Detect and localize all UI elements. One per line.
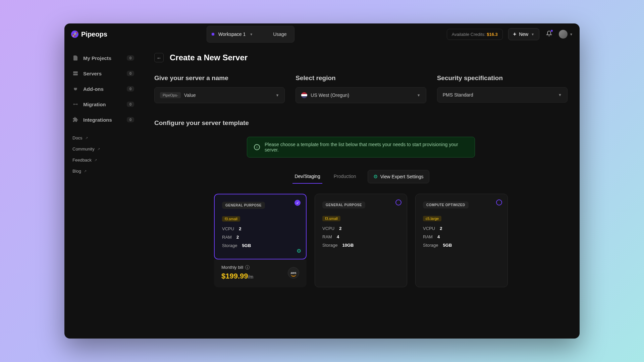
template-card-1[interactable]: GENERAL PURPOSE f3.small VCPU2 RAM4 Stor… (315, 194, 407, 287)
sidebar-item-addons[interactable]: Add-ons 0 (67, 81, 140, 97)
workspace-dot-icon (212, 33, 214, 36)
usage-link[interactable]: Usage (270, 29, 289, 40)
logo-icon (71, 31, 78, 38)
workspace-selector[interactable]: Workspace 1 ▼ Usage (207, 26, 294, 43)
link-community[interactable]: Community↗ (72, 146, 134, 152)
security-col: Security specification PMS Standard ▼ (437, 74, 568, 103)
vcpu-label: VCPU (222, 226, 234, 231)
storage-label: Storage (222, 243, 237, 248)
ram-value: 4 (337, 234, 339, 239)
external-link-icon: ↗ (97, 147, 100, 151)
instance-type: c5.large (423, 216, 441, 221)
file-icon (72, 55, 78, 61)
name-prefix: PipeOps- (160, 92, 181, 98)
sidebar-item-projects[interactable]: My Projects 0 (67, 50, 140, 66)
sidebar-item-integrations[interactable]: Integrations 0 (67, 112, 140, 127)
security-value: PMS Standard (443, 92, 473, 98)
template-card-0[interactable]: ✓ GENERAL PURPOSE f3.small VCPU2 RAM2 St… (214, 194, 307, 259)
sidebar-item-badge: 0 (127, 55, 134, 61)
instance-type: f3.small (322, 216, 340, 221)
chevron-down-icon: ▼ (558, 93, 562, 97)
region-label: Select region (296, 74, 426, 82)
topbar: Pipeops Workspace 1 ▼ Usage Available Cr… (64, 23, 580, 45)
ram-label: RAM (423, 234, 433, 239)
sidebar-item-servers[interactable]: Servers 0 (67, 66, 140, 81)
avatar (559, 30, 568, 39)
vcpu-label: VCPU (322, 226, 334, 231)
gear-icon[interactable]: ⚙ (297, 248, 301, 254)
form-row: Give your server a name PipeOps- Value ▼… (154, 74, 568, 103)
main-content: ← Create a New Server Give your server a… (142, 45, 580, 339)
external-links: Docs↗ Community↗ Feedback↗ Blog↗ (67, 135, 140, 174)
info-icon[interactable]: i (245, 265, 250, 269)
template-cards: ✓ GENERAL PURPOSE f3.small VCPU2 RAM2 St… (154, 194, 568, 287)
security-label: Security specification (437, 74, 568, 82)
brand-name: Pipeops (81, 31, 107, 38)
billing-label: Monthly bill i (221, 265, 253, 270)
back-button[interactable]: ← (154, 53, 164, 62)
aws-provider-badge: aws (288, 267, 299, 279)
server-name-field[interactable]: PipeOps- Value ▼ (154, 87, 285, 103)
tab-dev-staging[interactable]: Dev/Staging (292, 170, 322, 184)
user-menu[interactable]: ▼ (559, 30, 573, 39)
server-icon (72, 70, 78, 76)
sidebar-item-badge: 0 (127, 117, 134, 122)
plug-icon (72, 86, 78, 92)
expert-settings-button[interactable]: ⚙ View Expert Settings (368, 170, 429, 183)
tab-production[interactable]: Production (332, 170, 358, 184)
chevron-down-icon: ▼ (275, 93, 279, 97)
template-section-title: Configure your server template (154, 119, 568, 127)
template-category: COMPUTE OPTIMIZED (423, 201, 469, 208)
vcpu-value: 2 (339, 226, 341, 231)
sidebar-item-migration[interactable]: Migration 0 (67, 97, 140, 112)
storage-value: 5GB (443, 243, 452, 248)
expert-label: View Expert Settings (380, 174, 424, 179)
template-card-2[interactable]: COMPUTE OPTIMIZED c5.large VCPU2 RAM4 St… (415, 194, 508, 287)
flag-us-icon (301, 92, 307, 98)
server-name-col: Give your server a name PipeOps- Value ▼ (154, 74, 285, 103)
info-icon: i (254, 144, 260, 150)
sidebar-item-badge: 0 (127, 86, 134, 92)
page-header: ← Create a New Server (154, 53, 568, 62)
security-selector[interactable]: PMS Standard ▼ (437, 87, 568, 103)
storage-value: 10GB (342, 243, 354, 248)
svg-rect-1 (73, 74, 78, 75)
chevron-down-icon: ▼ (417, 93, 421, 97)
ram-value: 4 (437, 234, 440, 239)
region-col: Select region US West (Oregun) ▼ (296, 74, 426, 103)
region-value: US West (Oregun) (311, 93, 349, 98)
sidebar-item-badge: 0 (127, 71, 134, 76)
workspace-name: Workspace 1 (218, 32, 246, 37)
page-title: Create a New Server (170, 53, 248, 62)
sidebar-item-label: Migration (83, 102, 106, 107)
new-button-label: New (519, 32, 528, 37)
external-link-icon: ↗ (94, 158, 97, 162)
template-category: GENERAL PURPOSE (322, 201, 365, 208)
ram-value: 2 (236, 235, 239, 240)
tabs-row: Dev/Staging Production ⚙ View Expert Set… (154, 170, 568, 184)
link-docs[interactable]: Docs↗ (72, 135, 134, 140)
link-feedback[interactable]: Feedback↗ (72, 158, 134, 163)
storage-value: 5GB (242, 243, 251, 248)
sidebar-item-label: Servers (83, 71, 102, 76)
radio-unselected-icon (496, 199, 502, 205)
logo[interactable]: Pipeops (71, 31, 107, 38)
sidebar-item-label: My Projects (83, 55, 111, 61)
credits-amount: $16.3 (487, 32, 498, 37)
radio-unselected-icon (395, 199, 401, 205)
credits-prefix: Available Credits: (452, 32, 486, 37)
notifications-bell-icon[interactable] (545, 29, 553, 40)
sidebar: My Projects 0 Servers 0 Add-ons 0 Migrat… (64, 45, 142, 339)
credits-display: Available Credits: $16.3 (447, 29, 503, 40)
chevron-down-icon: ▼ (570, 33, 573, 36)
template-category: GENERAL PURPOSE (222, 202, 265, 209)
ram-label: RAM (322, 234, 332, 239)
region-selector[interactable]: US West (Oregun) ▼ (296, 87, 426, 103)
storage-label: Storage (322, 243, 338, 248)
instance-type: f3.small (222, 216, 240, 222)
svg-rect-0 (73, 71, 78, 73)
sidebar-item-badge: 0 (127, 102, 134, 107)
link-blog[interactable]: Blog↗ (72, 169, 134, 174)
server-name-label: Give your server a name (154, 74, 285, 82)
new-button[interactable]: + New ▼ (508, 28, 539, 40)
